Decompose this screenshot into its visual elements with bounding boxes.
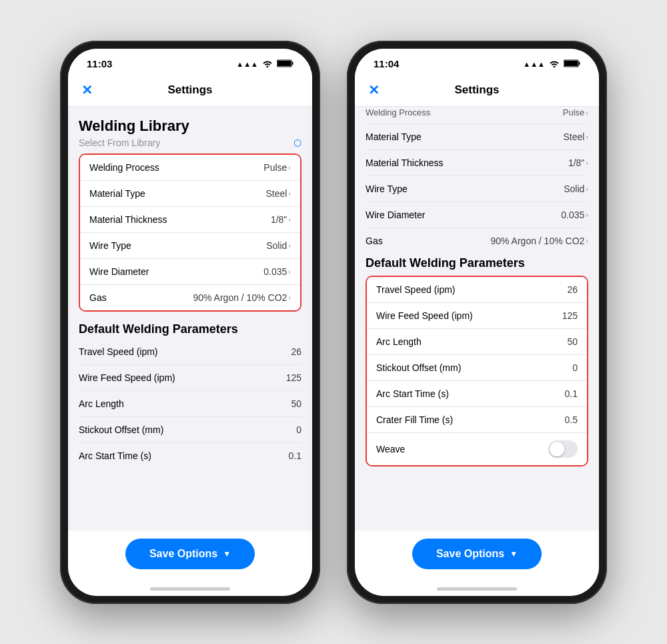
home-bar-2 — [437, 587, 517, 591]
save-btn-container-2: Save Options ▼ — [355, 531, 599, 583]
crater-fill-time-label-2: Crater Fill Time (s) — [376, 414, 453, 425]
weave-row-2[interactable]: Weave — [367, 433, 587, 465]
save-options-button-1[interactable]: Save Options ▼ — [125, 539, 255, 569]
material-thickness-partial-label-2: Material Thickness — [366, 157, 443, 168]
save-btn-container-1: Save Options ▼ — [68, 531, 312, 583]
wire-type-partial-value-2: Solid › — [564, 184, 588, 194]
arc-length-label-1: Arc Length — [79, 398, 124, 409]
status-icons-1: ▲▲▲ — [236, 58, 293, 70]
arc-length-row-2[interactable]: Arc Length 50 — [367, 329, 587, 355]
gas-row-1[interactable]: Gas 90% Argon / 10% CO2 › — [80, 285, 300, 310]
home-indicator-1 — [68, 583, 312, 596]
header-1: ✕ Settings — [68, 74, 312, 107]
gas-label-1: Gas — [89, 292, 107, 303]
crater-fill-time-row-2[interactable]: Crater Fill Time (s) 0.5 — [367, 407, 587, 433]
close-button-1[interactable]: ✕ — [81, 82, 93, 98]
wire-diameter-partial-label-2: Wire Diameter — [366, 210, 425, 220]
material-type-partial-2[interactable]: Material Type Steel › — [366, 124, 588, 150]
save-chevron-1: ▼ — [223, 549, 231, 559]
material-thickness-partial-2[interactable]: Material Thickness 1/8" › — [366, 150, 588, 176]
close-button-2[interactable]: ✕ — [368, 82, 380, 98]
material-thickness-row-1[interactable]: Material Thickness 1/8" › — [80, 207, 300, 233]
default-params-title-2: Default Welding Parameters — [366, 256, 588, 270]
welding-process-value-1: Pulse › — [263, 162, 291, 173]
wire-feed-speed-label-1: Wire Feed Speed (ipm) — [79, 372, 175, 383]
welding-process-partial-2[interactable]: Welding Process Pulse › — [366, 107, 588, 124]
welding-process-partial-value-2: Pulse › — [563, 107, 588, 117]
signal-icon-2: ▲▲▲ — [523, 60, 545, 68]
arc-start-time-row-2[interactable]: Arc Start Time (s) 0.1 — [367, 381, 587, 407]
arc-start-time-value-1: 0.1 — [289, 450, 301, 461]
arc-start-time-label-1: Arc Start Time (s) — [79, 450, 151, 461]
welding-process-row-1[interactable]: Welding Process Pulse › — [80, 155, 300, 181]
material-thickness-partial-value-2: 1/8" › — [568, 157, 588, 168]
home-bar-1 — [150, 587, 230, 591]
gas-partial-label-2: Gas — [366, 236, 383, 246]
weave-label-2: Weave — [376, 444, 405, 454]
stickout-offset-value-2: 0 — [572, 362, 578, 373]
wire-feed-speed-label-2: Wire Feed Speed (ipm) — [376, 310, 473, 321]
status-icons-2: ▲▲▲ — [523, 58, 580, 70]
save-options-button-2[interactable]: Save Options ▼ — [412, 539, 542, 569]
welding-process-partial-label-2: Welding Process — [366, 107, 430, 117]
wire-diameter-partial-value-2: 0.035 › — [561, 210, 588, 220]
save-chevron-2: ▼ — [510, 549, 518, 559]
welding-process-label-1: Welding Process — [89, 162, 159, 173]
wire-type-partial-label-2: Wire Type — [366, 184, 408, 194]
svg-rect-1 — [292, 61, 293, 65]
signal-icon-1: ▲▲▲ — [236, 60, 258, 68]
external-link-icon-1[interactable]: ⬡ — [293, 137, 301, 148]
wire-feed-speed-value-1: 125 — [286, 372, 301, 383]
wifi-icon-1 — [262, 58, 273, 70]
travel-speed-label-2: Travel Speed (ipm) — [376, 284, 456, 295]
material-type-partial-label-2: Material Type — [366, 131, 422, 142]
wire-diameter-label-1: Wire Diameter — [89, 266, 149, 277]
stickout-offset-row-2[interactable]: Stickout Offset (mm) 0 — [367, 355, 587, 381]
svg-rect-4 — [579, 61, 580, 65]
travel-speed-value-2: 26 — [567, 284, 578, 295]
wire-diameter-value-1: 0.035 › — [263, 266, 291, 277]
svg-rect-2 — [277, 61, 291, 66]
battery-icon-1 — [277, 58, 293, 70]
weave-toggle-2[interactable] — [548, 440, 578, 458]
arc-length-value-1: 50 — [291, 398, 301, 409]
outlined-params-section-2: Travel Speed (ipm) 26 Wire Feed Speed (i… — [366, 276, 588, 466]
travel-speed-label-1: Travel Speed (ipm) — [79, 346, 158, 357]
stickout-offset-label-1: Stickout Offset (mm) — [79, 424, 163, 435]
wire-feed-speed-row-1[interactable]: Wire Feed Speed (ipm) 125 — [79, 365, 301, 391]
travel-speed-row-2[interactable]: Travel Speed (ipm) 26 — [367, 277, 587, 303]
select-from-library-1: Select From Library ⬡ — [79, 137, 301, 148]
status-bar-2: 11:04 ▲▲▲ — [355, 49, 599, 74]
gas-partial-2[interactable]: Gas 90% Argon / 10% CO2 › — [366, 228, 588, 254]
wire-type-partial-2[interactable]: Wire Type Solid › — [366, 176, 588, 202]
wire-type-label-1: Wire Type — [89, 240, 131, 251]
arc-length-row-1[interactable]: Arc Length 50 — [79, 391, 301, 417]
travel-speed-value-1: 26 — [291, 346, 301, 357]
wire-diameter-partial-2[interactable]: Wire Diameter 0.035 › — [366, 202, 588, 228]
material-type-row-1[interactable]: Material Type Steel › — [80, 181, 300, 207]
wire-type-row-1[interactable]: Wire Type Solid › — [80, 233, 300, 259]
stickout-offset-row-1[interactable]: Stickout Offset (mm) 0 — [79, 417, 301, 443]
home-indicator-2 — [355, 583, 599, 596]
material-type-value-1: Steel › — [265, 188, 291, 199]
material-thickness-label-1: Material Thickness — [89, 214, 167, 225]
svg-rect-5 — [564, 61, 578, 66]
material-thickness-value-1: 1/8" › — [271, 214, 291, 225]
gas-value-1: 90% Argon / 10% CO2 › — [193, 292, 291, 303]
wire-feed-speed-row-2[interactable]: Wire Feed Speed (ipm) 125 — [367, 303, 587, 329]
scroll-content-2: Welding Process Pulse › Material Type St… — [355, 107, 599, 531]
arc-length-value-2: 50 — [567, 336, 578, 347]
gas-partial-value-2: 90% Argon / 10% CO2 › — [490, 236, 588, 246]
plain-params-section-1: Travel Speed (ipm) 26 Wire Feed Speed (i… — [79, 339, 301, 468]
stickout-offset-value-1: 0 — [296, 424, 301, 435]
welding-library-title-1: Welding Library — [79, 117, 301, 135]
default-params-title-1: Default Welding Parameters — [79, 322, 301, 336]
status-time-2: 11:04 — [374, 58, 399, 69]
wire-diameter-row-1[interactable]: Wire Diameter 0.035 › — [80, 259, 300, 285]
phones-container: 11:03 ▲▲▲ ✕ Settings Wel — [60, 41, 607, 604]
header-title-1: Settings — [167, 83, 212, 97]
header-2: ✕ Settings — [355, 74, 599, 107]
travel-speed-row-1[interactable]: Travel Speed (ipm) 26 — [79, 339, 301, 365]
status-time-1: 11:03 — [87, 58, 112, 69]
arc-start-time-row-1[interactable]: Arc Start Time (s) 0.1 — [79, 443, 301, 468]
